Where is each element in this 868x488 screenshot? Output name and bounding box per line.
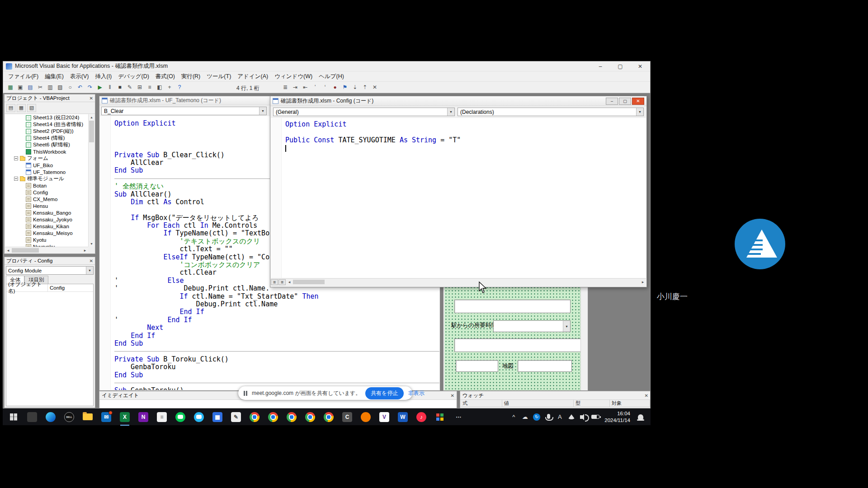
project-tree-item[interactable]: Botan	[5, 182, 88, 189]
excel[interactable]: X	[119, 412, 130, 422]
chevron-down-icon[interactable]: ▼	[563, 321, 570, 332]
project-tree-item[interactable]: UF_Tatemono	[5, 169, 88, 175]
chrome-profile-4[interactable]	[305, 412, 316, 422]
project-tree-item[interactable]: Sheet14 (担当者情報)	[5, 121, 88, 128]
chrome-profile-1[interactable]	[249, 412, 260, 422]
notifications-icon[interactable]	[638, 414, 643, 419]
sync-icon[interactable]: ↻	[533, 413, 540, 421]
project-tree-item[interactable]: Hensu	[5, 202, 88, 209]
taskbar-more-button[interactable]: ⋯	[453, 412, 464, 422]
properties-window-button[interactable]: ≡	[145, 83, 154, 92]
run-button[interactable]: ▶	[95, 83, 104, 92]
watch-column-header[interactable]: 対象	[610, 400, 650, 407]
line-app[interactable]	[175, 412, 186, 422]
toolbox-button[interactable]: +	[165, 83, 174, 92]
edge-browser[interactable]	[45, 412, 56, 422]
menu-item[interactable]: 書式(O)	[152, 73, 178, 80]
onenote[interactable]: N	[138, 412, 149, 422]
project-tree-vscrollbar[interactable]	[88, 114, 94, 247]
dell-app[interactable]: DELL	[64, 412, 75, 422]
chevron-down-icon[interactable]: ▼	[636, 108, 643, 116]
close-button[interactable]: ✕	[632, 98, 644, 105]
close-icon[interactable]: ✕	[451, 393, 454, 398]
save-button[interactable]: ▤	[26, 83, 35, 92]
watch-titlebar[interactable]: ウォッチ ✕	[460, 391, 650, 400]
project-tree-item[interactable]: Kensaku_Bango	[5, 209, 88, 216]
menu-item[interactable]: ウィンドウ(W)	[271, 73, 316, 80]
scroll-down-icon[interactable]	[89, 241, 94, 247]
taskbar-app-6[interactable]	[434, 412, 445, 422]
menu-item[interactable]: 編集(E)	[42, 73, 67, 80]
immediate-body[interactable]	[100, 400, 456, 408]
scroll-thumb[interactable]	[89, 121, 94, 142]
project-tree-item[interactable]: Nyuryoku	[5, 243, 88, 247]
menu-item[interactable]: 実行(R)	[178, 73, 203, 80]
insert-userform-button[interactable]: ▣	[16, 83, 25, 92]
watch-column-header[interactable]: 値	[502, 400, 574, 407]
music-app[interactable]: ♪	[416, 412, 427, 422]
chat-app[interactable]	[193, 412, 204, 422]
close-icon[interactable]: ✕	[645, 393, 648, 398]
volume-icon[interactable]	[580, 415, 586, 419]
collapse-icon[interactable]	[14, 156, 18, 160]
word[interactable]: W	[397, 412, 408, 422]
watch-column-header[interactable]: 式	[461, 400, 502, 407]
copy-button[interactable]: ▥	[46, 83, 55, 92]
design-mode-button[interactable]: ✎	[125, 83, 134, 92]
stop-sharing-button[interactable]: 共有を停止	[365, 387, 403, 399]
minimize-button[interactable]: –	[590, 61, 610, 71]
battery-icon[interactable]	[591, 415, 599, 419]
mic-icon[interactable]	[545, 414, 552, 420]
scroll-thumb[interactable]	[293, 280, 325, 284]
config-hscrollbar[interactable]	[271, 278, 646, 285]
menu-item[interactable]: 挿入(I)	[92, 73, 115, 80]
menu-item[interactable]: 表示(V)	[67, 73, 92, 80]
toggle-bookmark-button[interactable]: ⚑	[340, 83, 349, 92]
split-view-button[interactable]	[271, 279, 278, 285]
project-tree-item[interactable]: CX_Memo	[5, 196, 88, 202]
close-icon[interactable]: ✕	[90, 96, 93, 101]
uncomment-block-button[interactable]: ‘	[321, 83, 330, 92]
taskbar-app-4[interactable]: C	[342, 412, 353, 422]
hidden-icons-button[interactable]: ^	[510, 413, 517, 420]
taskbar-app-1[interactable]	[27, 412, 38, 422]
project-tree-hscrollbar[interactable]	[5, 247, 88, 253]
project-tree-item[interactable]: Sheet13 (祝日2024)	[5, 114, 88, 121]
notes-app[interactable]: ≡	[156, 412, 167, 422]
close-icon[interactable]: ✕	[90, 258, 93, 263]
previous-bookmark-button[interactable]: ⇡	[360, 83, 369, 92]
scroll-right-icon[interactable]	[82, 248, 88, 253]
ime-mode-button[interactable]: A	[557, 413, 563, 420]
minimize-button[interactable]: –	[606, 98, 618, 105]
form-textbox[interactable]	[454, 338, 582, 352]
view-code-button[interactable]: ▤	[6, 104, 15, 112]
list-properties-button[interactable]: ≣	[281, 83, 290, 92]
clear-bookmarks-button[interactable]: ✕	[370, 83, 379, 92]
scroll-thumb[interactable]	[12, 248, 39, 253]
general-dropdown[interactable]: (General) ▼	[273, 108, 455, 116]
project-explorer-button[interactable]: ⊞	[135, 83, 144, 92]
project-tree-item[interactable]: UF_Biko	[5, 162, 88, 169]
chrome-profile-5[interactable]	[323, 412, 334, 422]
wifi-icon[interactable]	[568, 414, 575, 419]
chrome-profile-3[interactable]	[286, 412, 297, 422]
declarations-dropdown[interactable]: (Declarations) ▼	[458, 108, 644, 116]
scroll-left-icon[interactable]	[286, 280, 292, 284]
menu-item[interactable]: アドイン(A)	[234, 73, 271, 80]
indent-button[interactable]: ⇥	[291, 83, 300, 92]
view-object-button[interactable]: ▦	[17, 104, 26, 112]
taskbar-app-3[interactable]: ✎	[231, 412, 241, 422]
maximize-button[interactable]: ▢	[610, 61, 630, 71]
find-button[interactable]: ○	[66, 83, 75, 92]
form-textbox[interactable]	[518, 360, 572, 372]
outlook[interactable]: ✉	[101, 412, 112, 422]
file-explorer[interactable]	[82, 412, 93, 422]
split-view-button[interactable]	[278, 279, 286, 285]
project-tree-item[interactable]: フォーム	[5, 155, 88, 162]
clock[interactable]: 16:04 2024/11/14	[604, 410, 630, 423]
form-combobox[interactable]: ▼	[493, 320, 571, 332]
object-dropdown[interactable]: B_Clear ▼	[101, 107, 267, 115]
menu-item[interactable]: デバッグ(D)	[115, 73, 152, 80]
form-textbox[interactable]	[454, 300, 571, 313]
property-row[interactable]: (オブジェクト名) Config	[6, 284, 93, 292]
